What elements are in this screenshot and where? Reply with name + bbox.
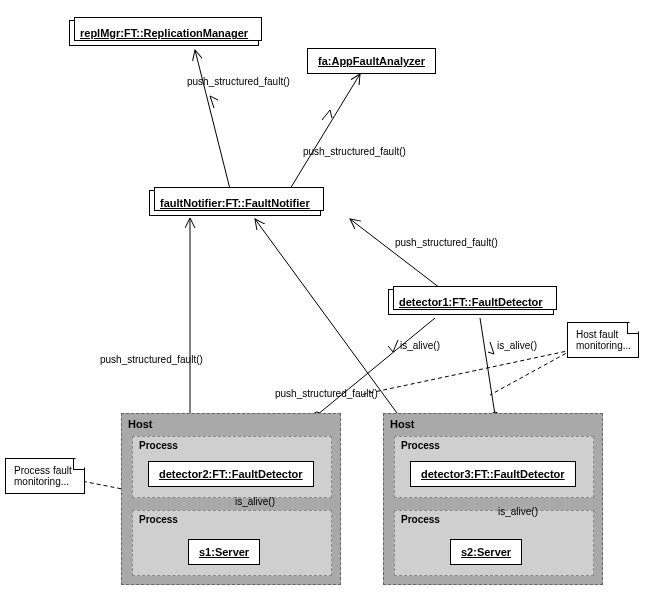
svg-line-12 bbox=[490, 350, 572, 395]
msg-push-structured-fault: push_structured_fault() bbox=[395, 237, 498, 248]
host-label: Host bbox=[390, 418, 414, 430]
host-label: Host bbox=[128, 418, 152, 430]
object-label: s2:Server bbox=[461, 546, 511, 558]
msg-is-alive: is_alive() bbox=[498, 506, 538, 517]
msg-push-structured-fault: push_structured_fault() bbox=[100, 354, 203, 365]
object-s2: s2:Server bbox=[450, 539, 522, 565]
host-container-1: Host Process detector2:FT::FaultDetector… bbox=[121, 413, 341, 585]
process-container: Process s2:Server bbox=[394, 510, 594, 576]
note-text: Host fault monitoring... bbox=[576, 329, 631, 351]
msg-is-alive: is_alive() bbox=[235, 496, 275, 507]
process-container: Process detector2:FT::FaultDetector bbox=[132, 436, 332, 498]
object-fa: fa:AppFaultAnalyzer bbox=[307, 48, 436, 74]
svg-line-13 bbox=[360, 350, 572, 395]
svg-line-5 bbox=[317, 318, 435, 415]
svg-line-1 bbox=[290, 74, 360, 189]
svg-line-0 bbox=[195, 50, 230, 189]
object-label: detector2:FT::FaultDetector bbox=[159, 468, 303, 480]
svg-line-2 bbox=[350, 219, 440, 288]
msg-is-alive: is_alive() bbox=[497, 340, 537, 351]
process-label: Process bbox=[401, 440, 440, 451]
object-label: fa:AppFaultAnalyzer bbox=[318, 55, 425, 67]
object-detector2: detector2:FT::FaultDetector bbox=[148, 461, 314, 487]
object-label: detector3:FT::FaultDetector bbox=[421, 468, 565, 480]
object-label: detector1:FT::FaultDetector bbox=[399, 296, 543, 308]
object-s1: s1:Server bbox=[188, 539, 260, 565]
process-label: Process bbox=[139, 514, 178, 525]
process-label: Process bbox=[401, 514, 440, 525]
msg-is-alive: is_alive() bbox=[400, 340, 440, 351]
note-text: Process fault monitoring... bbox=[14, 465, 72, 487]
object-label: faultNotifier:FT::FaultNotifier bbox=[160, 197, 310, 209]
object-label: s1:Server bbox=[199, 546, 249, 558]
object-detector1: detector1:FT::FaultDetector bbox=[388, 289, 554, 315]
process-container: Process s1:Server bbox=[132, 510, 332, 576]
msg-push-structured-fault: push_structured_fault() bbox=[303, 146, 406, 157]
object-faultNotifier: faultNotifier:FT::FaultNotifier bbox=[149, 190, 321, 216]
note-host-fault: Host fault monitoring... bbox=[567, 322, 639, 358]
object-detector3: detector3:FT::FaultDetector bbox=[410, 461, 576, 487]
object-replMgr: replMgr:FT::ReplicationManager bbox=[69, 20, 259, 46]
msg-push-structured-fault: push_structured_fault() bbox=[275, 388, 378, 399]
host-container-2: Host Process detector3:FT::FaultDetector… bbox=[383, 413, 603, 585]
object-label: replMgr:FT::ReplicationManager bbox=[80, 27, 248, 39]
svg-line-7 bbox=[480, 318, 495, 415]
process-label: Process bbox=[139, 440, 178, 451]
msg-push-structured-fault: push_structured_fault() bbox=[187, 76, 290, 87]
note-process-fault: Process fault monitoring... bbox=[5, 458, 85, 494]
process-container: Process detector3:FT::FaultDetector bbox=[394, 436, 594, 498]
